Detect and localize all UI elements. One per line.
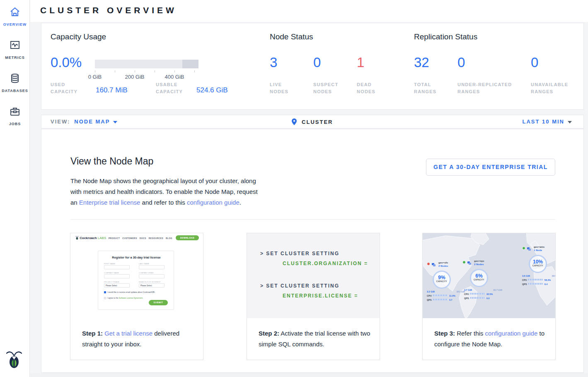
node-cube-icon [527,247,531,251]
live-nodes-value: 3 [270,55,277,70]
time-range-selector[interactable]: LAST 10 MIN [523,118,572,125]
step1-caption: Step 1: Get a trial license delivered st… [82,328,194,350]
live-nodes-label: LIVE NODES [270,81,288,95]
enterprise-trial-license-link[interactable]: Enterprise trial license [79,199,140,206]
suspect-nodes-label: SUSPECT NODES [313,81,338,95]
first-name-field [104,265,130,269]
sidebar-item-overview[interactable]: OVERVIEW [0,7,30,27]
sidebar-item-label: OVERVIEW [3,22,27,27]
sidebar-item-label: DATABASES [2,89,28,93]
axis-tick [95,70,95,72]
usable-capacity-label: USABLE CAPACITY [156,81,183,95]
step1-card: Cockroach LABS PRODUCTCUSTOMERSDOCSRESOU… [70,233,203,360]
section-description: The Node Map shows the geographical layo… [70,176,265,208]
scope-breadcrumb: CLUSTER [41,118,583,126]
under-replicated-ranges-label: UNDER-REPLICATED RANGES [457,81,512,95]
axis-tick-label: 0 GiB [88,74,102,80]
sql-line: CLUSTER.ORGANIZATION = [283,261,368,266]
node-map-panel: View the Node Map The Node Map shows the… [41,129,584,373]
axis-tick-label: 200 GiB [125,74,145,80]
sql-line: > SET CLUSTER SETTING [260,251,339,256]
step2-caption: Step 2: Activate the trial license with … [259,328,370,350]
view-bar: VIEW:NODE MAP CLUSTER LAST 10 MIN [41,115,584,128]
cockroachdb-logo [6,349,22,370]
node-status-dot-green [462,261,466,264]
submit-button: SUBMIT [149,300,168,305]
reason-select: Please Select [139,283,165,288]
project-phase-select: Please Select [104,283,130,288]
used-capacity-label: USED CAPACITY [51,81,77,95]
node-cube-icon [432,263,436,267]
capacity-donut: 6% CAPACITY [470,269,488,287]
node-status-dot-red [427,262,430,266]
minisite-download-button: DOWNLOAD [176,235,199,240]
step2-card: > SET CLUSTER SETTING CLUSTER.ORGANIZATI… [247,233,380,360]
node-widget-sfo: geo=sfo 2 Nodes 9% CAPACITY 3.2 GiB351 G… [427,261,468,301]
step3-caption: Step 3: Refer this configuration guide t… [434,328,546,350]
company-email-field [139,274,165,278]
header-band: CLUSTER OVERVIEW [30,0,588,22]
form-title: Register for a 30-day trial license [98,256,174,259]
home-icon [10,7,20,17]
sidebar-item-label: JOBS [9,122,21,126]
node-widget-nyc: geo=nyc 2 Nodes 6% CAPACITY 3.7 GiB43.7 … [462,260,504,299]
cluster-summary-panel: Capacity Usage 0.0% 0 GiB 200 GiB 400 Gi… [41,23,584,110]
capacity-donut: 9% CAPACITY [433,271,451,289]
used-capacity-value: 160.7 MiB [96,86,128,94]
metrics-chart-icon [10,40,20,51]
axis-tick [135,70,135,72]
company-name-field [104,274,130,278]
total-ranges-value: 32 [414,55,429,70]
sql-line: ENTERPRISE.LICENSE = [283,293,358,299]
node-map-screenshot: geo=sfo 2 Nodes 9% CAPACITY 3.2 GiB351 G… [423,233,555,318]
get-enterprise-trial-button[interactable]: GET A 30-DAY ENTERPRISE TRIAL [426,159,555,176]
sql-line: > SET CLUSTER SETTING [260,283,339,289]
sidebar-item-metrics[interactable]: METRICS [0,40,30,60]
sidebar: OVERVIEW METRICS DATABASES JOBS [0,0,30,377]
minisite-logo: Cockroach LABS [75,236,106,240]
sidebar-item-jobs[interactable]: JOBS [0,106,30,127]
location-pin-icon [292,118,297,126]
axis-tick [174,70,175,72]
capacity-donut: 10% CAPACITY [529,255,547,273]
section-heading: View the Node Map [70,156,153,167]
node-status-title: Node Status [270,32,313,41]
axis-tick [115,70,115,72]
axis-tick [155,70,155,72]
capacity-bar [95,60,198,68]
unavailable-ranges-label: UNAVAILABLE RANGES [531,81,568,95]
under-replicated-ranges-value: 0 [457,55,465,70]
chevron-down-icon [568,121,572,123]
time-range-label: LAST 10 MIN [523,118,564,125]
step3-card: geo=sfo 2 Nodes 9% CAPACITY 3.2 GiB351 G… [422,233,556,360]
node-widget-ams: geo=ams 1 Node 10% CAPACITY 3.6 GiB364 G… [519,246,555,285]
suspect-nodes-value: 0 [313,55,321,70]
configuration-guide-link[interactable]: configuration guide [485,330,538,337]
license-agreement-checkbox: I agree to the Software License Agreemen… [104,297,143,299]
sidebar-item-databases[interactable]: DATABASES [0,73,30,94]
email-updates-checkbox: I would like to receive email updates ab… [104,291,155,293]
node-cube-icon [467,261,472,265]
configuration-guide-link[interactable]: configuration guide [187,199,240,206]
get-trial-license-link[interactable]: Get a trial license [104,330,152,337]
trial-register-form: Register for a 30-day trial license FIRS… [98,251,174,310]
sidebar-item-label: METRICS [5,56,25,60]
minisite-nav: PRODUCTCUSTOMERSDOCSRESOURCESBLOG [106,237,172,239]
axis-tick-label: 400 GiB [165,74,184,80]
dead-nodes-label: DEAD NODES [357,81,375,95]
capacity-percent: 0.0% [51,55,82,70]
replication-status-title: Replication Status [414,32,477,41]
database-icon [10,73,20,84]
page-title: CLUSTER OVERVIEW [40,5,177,15]
capacity-usage-title: Capacity Usage [51,32,106,41]
total-ranges-label: TOTAL RANGES [414,81,436,95]
briefcase-icon [10,106,20,117]
divider [70,219,555,220]
usable-capacity-value: 524.6 GiB [196,86,228,94]
last-name-field [139,265,165,269]
node-status-dot-green [522,247,525,250]
unavailable-ranges-value: 0 [531,55,538,70]
capacity-bar-segment [182,60,198,68]
scope-label: CLUSTER [302,119,333,125]
sql-code-block: > SET CLUSTER SETTING CLUSTER.ORGANIZATI… [247,233,380,318]
